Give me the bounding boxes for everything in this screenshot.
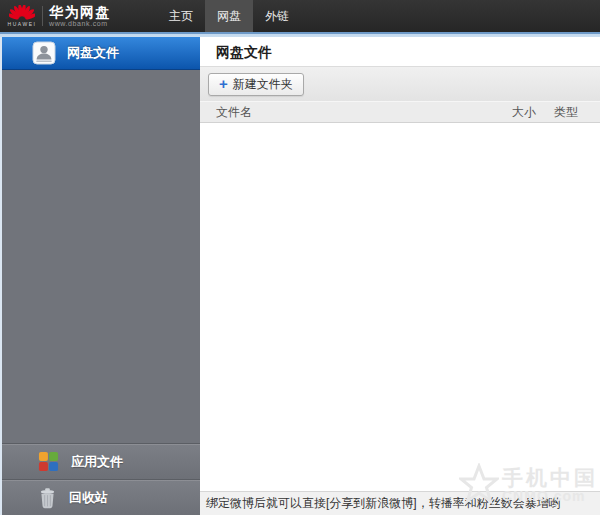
app-title: 华为网盘 [49, 5, 111, 20]
brand-names: 华为网盘 www.dbank.com [49, 5, 111, 28]
status-bar: 绑定微博后就可以直接[分享到新浪微博]，转播率和粉丝数会暴增哟 [200, 491, 600, 515]
main-pane: 网盘文件 + 新建文件夹 文件名 大小 类型 绑定微博后就可以直接[分享到新浪微… [200, 37, 600, 515]
brand[interactable]: HUAWEI 华为网盘 www.dbank.com [0, 5, 111, 28]
sidebar-item-recycle-bin[interactable]: 回收站 [2, 479, 200, 515]
sidebar-item-app-files[interactable]: 应用文件 [2, 443, 200, 479]
sidebar-item-label: 应用文件 [71, 453, 123, 471]
sidebar-bottom-group: 应用文件 回收站 [2, 443, 200, 515]
new-folder-button[interactable]: + 新建文件夹 [208, 73, 304, 96]
sidebar-item-netdisk-files[interactable]: 网盘文件 [2, 37, 200, 70]
file-list-empty-area[interactable] [200, 123, 600, 491]
file-table-header: 文件名 大小 类型 [200, 101, 600, 123]
toolbar: + 新建文件夹 [200, 67, 600, 101]
column-header-filename[interactable]: 文件名 [216, 104, 512, 121]
trash-icon [38, 487, 57, 509]
app-grid-icon [38, 451, 59, 472]
huawei-logo-text: HUAWEI [8, 22, 37, 27]
topbar: HUAWEI 华为网盘 www.dbank.com 主页 网盘 外链 [0, 0, 600, 32]
plus-icon: + [219, 78, 228, 90]
top-navigation: 主页 网盘 外链 [157, 0, 301, 32]
sidebar: 网盘文件 应用文件 [0, 37, 200, 515]
app-subtitle-url: www.dbank.com [49, 20, 111, 28]
column-header-size[interactable]: 大小 [512, 104, 536, 121]
brand-divider [42, 6, 43, 26]
nav-tab-home[interactable]: 主页 [157, 0, 205, 32]
page-title: 网盘文件 [200, 37, 600, 67]
user-drive-icon [32, 41, 56, 65]
new-folder-button-label: 新建文件夹 [233, 76, 293, 93]
column-header-type[interactable]: 类型 [554, 104, 578, 121]
nav-tab-netdisk[interactable]: 网盘 [205, 0, 253, 32]
huawei-netdisk-app: HUAWEI 华为网盘 www.dbank.com 主页 网盘 外链 [0, 0, 600, 515]
nav-tab-external-links[interactable]: 外链 [253, 0, 301, 32]
status-bar-text: 绑定微博后就可以直接[分享到新浪微博]，转播率和粉丝数会暴增哟 [206, 495, 561, 512]
sidebar-item-label: 回收站 [69, 489, 108, 507]
huawei-logo-icon: HUAWEI [6, 5, 38, 27]
sidebar-item-label: 网盘文件 [67, 44, 119, 62]
